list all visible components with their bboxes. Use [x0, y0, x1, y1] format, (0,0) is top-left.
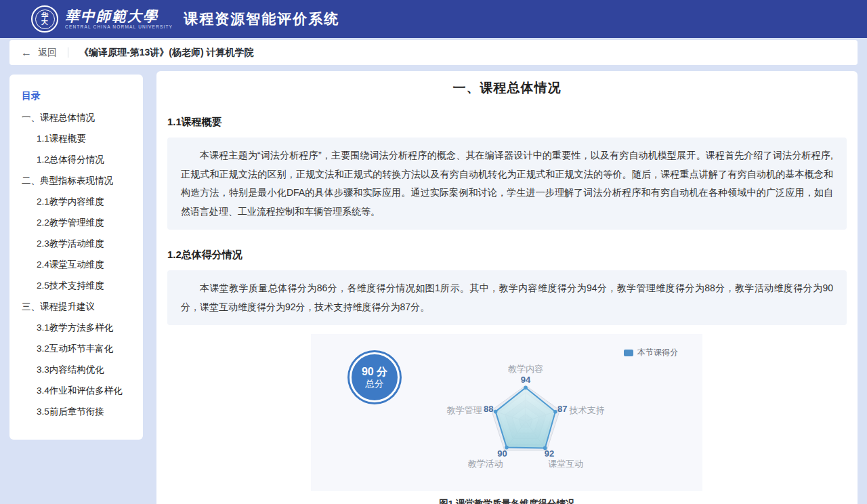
toc-list: 一、课程总体情况 1.1课程概要 1.2总体得分情况 二、典型指标表现情况 2.…	[9, 107, 143, 422]
university-name-cn: 華中師範大學	[65, 9, 173, 24]
svg-text:教学管理: 教学管理	[447, 405, 482, 415]
course-summary-paragraph: 本课程主题为“词法分析程序”，主要围绕词法分析程序的概念、其在编译器设计中的重要…	[181, 146, 833, 221]
svg-text:技术支持: 技术支持	[568, 405, 604, 415]
section-heading-1-1: 1.1课程概要	[167, 116, 847, 129]
figure-caption: 图1 课堂教学质量各维度得分情况	[167, 498, 847, 504]
legend-label: 本节课得分	[637, 347, 678, 358]
chart-legend[interactable]: 本节课得分	[624, 347, 678, 358]
svg-text:92: 92	[545, 448, 554, 459]
seal-char-bottom: 大	[41, 19, 48, 26]
svg-text:课堂互动: 课堂互动	[548, 459, 583, 469]
toc-title: 目录	[9, 90, 143, 102]
section-heading-1-2: 1.2总体得分情况	[167, 249, 847, 261]
university-name-block: 華中師範大學 CENTRAL CHINA NORMAL UNIVERSITY	[65, 9, 173, 29]
course-summary-box: 本课程主题为“词法分析程序”，主要围绕词法分析程序的概念、其在编译器设计中的重要…	[167, 138, 847, 230]
university-logo-icon: 华 大	[31, 5, 58, 33]
total-score-label: 总分	[366, 378, 384, 390]
sidebar-item-overall-score[interactable]: 1.2总体得分情况	[9, 149, 143, 170]
back-button[interactable]: 返回	[38, 47, 57, 59]
score-chart-card: 本节课得分 90 分 总分 9487929088教学内容技术支持课堂互动教学活动…	[311, 334, 702, 491]
divider	[68, 47, 68, 58]
radar-chart: 9487929088教学内容技术支持课堂互动教学活动教学管理	[424, 347, 627, 490]
sidebar-item-tech-support[interactable]: 2.5技术支持维度	[9, 275, 143, 296]
overall-score-paragraph: 本课堂教学质量总体得分为86分，各维度得分情况如图1所示。其中，教学内容维度得分…	[181, 279, 833, 316]
university-seal: 华 大	[35, 9, 55, 29]
toc-sidebar: 目录 一、课程总体情况 1.1课程概要 1.2总体得分情况 二、典型指标表现情况…	[9, 75, 143, 440]
back-navigation-bar: ← 返回 《编译原理-第13讲》(杨老师) 计算机学院	[9, 40, 858, 65]
back-arrow-icon[interactable]: ←	[21, 47, 32, 59]
app-header: 华 大 華中師範大學 CENTRAL CHINA NORMAL UNIVERSI…	[0, 0, 867, 38]
sidebar-item-teaching-activity[interactable]: 2.3教学活动维度	[9, 233, 143, 254]
university-name-en: CENTRAL CHINA NORMAL UNIVERSITY	[65, 24, 173, 29]
total-score-badge: 90 分 总分	[350, 352, 400, 402]
svg-text:88: 88	[484, 404, 493, 414]
sidebar-item-structure-optimize[interactable]: 3.3内容结构优化	[9, 359, 143, 380]
sidebar-item-suggestions[interactable]: 三、课程提升建议	[9, 296, 143, 317]
svg-text:94: 94	[521, 375, 531, 385]
sidebar-item-teaching-management[interactable]: 2.2教学管理维度	[9, 212, 143, 233]
svg-text:87: 87	[557, 404, 567, 414]
svg-text:教学内容: 教学内容	[508, 364, 543, 374]
report-content: 一、课程总体情况 1.1课程概要 本课程主题为“词法分析程序”，主要围绕词法分析…	[156, 71, 858, 504]
sidebar-item-indicators[interactable]: 二、典型指标表现情况	[9, 170, 143, 191]
sidebar-item-interaction-enrich[interactable]: 3.2互动环节丰富化	[9, 338, 143, 359]
page-title: 一、课程总体情况	[167, 79, 847, 97]
sidebar-item-chapter-link[interactable]: 3.5前后章节衔接	[9, 401, 143, 422]
sidebar-item-method-diversity[interactable]: 3.1教学方法多样化	[9, 317, 143, 338]
svg-text:90: 90	[497, 448, 507, 459]
sidebar-item-teaching-content[interactable]: 2.1教学内容维度	[9, 191, 143, 212]
overall-score-box: 本课堂教学质量总体得分为86分，各维度得分情况如图1所示。其中，教学内容维度得分…	[167, 270, 847, 325]
sidebar-item-homework-diversity[interactable]: 3.4作业和评估多样化	[9, 380, 143, 401]
sidebar-item-course-summary[interactable]: 1.1课程概要	[9, 128, 143, 149]
app-title: 课程资源智能评价系统	[184, 9, 339, 28]
sidebar-item-class-interaction[interactable]: 2.4课堂互动维度	[9, 254, 143, 275]
course-title: 《编译原理-第13讲》(杨老师) 计算机学院	[79, 47, 253, 59]
sidebar-item-overview[interactable]: 一、课程总体情况	[9, 107, 143, 128]
total-score-value: 90 分	[362, 365, 387, 378]
page: 华 大 華中師範大學 CENTRAL CHINA NORMAL UNIVERSI…	[0, 0, 867, 65]
svg-text:教学活动: 教学活动	[468, 459, 503, 469]
